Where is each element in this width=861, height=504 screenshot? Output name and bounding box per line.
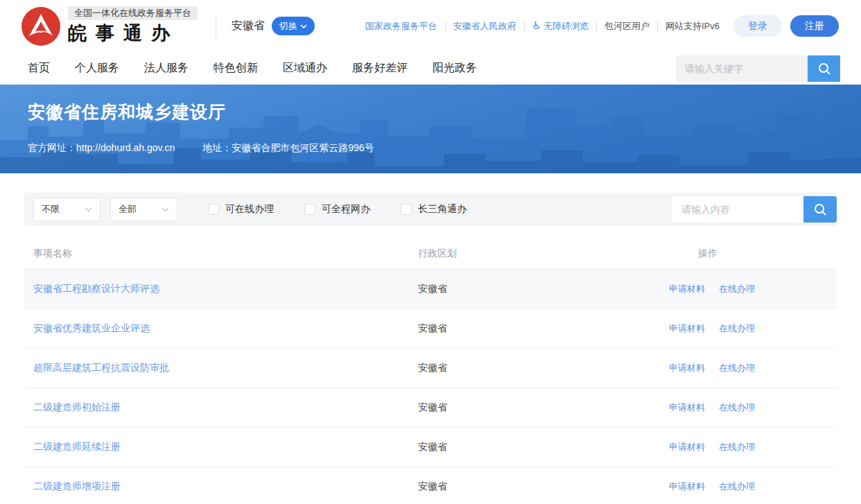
checkbox-icon — [401, 204, 412, 215]
table-row: 二级建造师延续注册 安徽省 申请材料 在线办理 — [24, 428, 837, 467]
table-row: 二级建造师初始注册 安徽省 申请材料 在线办理 — [24, 388, 837, 428]
materials-link[interactable]: 申请材料 — [669, 401, 705, 414]
column-header-region: 行政区划 — [418, 247, 669, 260]
checkbox-label: 可全程网办 — [322, 203, 370, 216]
table-row: 安徽省工程勘察设计大师评选 安徽省 申请材料 在线办理 — [24, 270, 837, 309]
nav-item-legal-services[interactable]: 法人服务 — [144, 61, 189, 76]
item-link[interactable]: 二级建造师初始注册 — [33, 401, 121, 412]
nav-item-home[interactable]: 首页 — [28, 61, 50, 76]
type-select[interactable]: 全部 — [110, 198, 177, 221]
divider — [445, 21, 446, 31]
table-row: 二级建造师增项注册 安徽省 申请材料 在线办理 — [24, 467, 837, 504]
link-district-user[interactable]: 包河区用户 — [605, 20, 650, 33]
nav-item-personal-services[interactable]: 个人服务 — [75, 61, 119, 76]
filter-bar: 不限 全部 可在线办理 可全程网办 长三角通办 — [24, 193, 837, 226]
materials-link[interactable]: 申请材料 — [669, 283, 705, 295]
checkbox-label: 可在线办理 — [225, 203, 274, 216]
nav-item-service-review[interactable]: 服务好差评 — [352, 61, 408, 76]
department-address: 地址：安徽省合肥市包河区紫云路996号 — [202, 142, 374, 155]
checkbox-full-online[interactable]: 可全程网办 — [304, 203, 370, 216]
divider — [596, 21, 597, 31]
link-accessibility[interactable]: ♿无障碍浏览 — [532, 19, 589, 33]
nav-item-regional[interactable]: 区域通办 — [283, 61, 327, 76]
materials-link[interactable]: 申请材料 — [669, 441, 705, 453]
item-search-input[interactable] — [672, 196, 803, 223]
region-switch-label: 切换 — [279, 20, 297, 33]
top-utility-bar: 全国一体化在线政务服务平台 皖事通办 安徽省 切换 国家政务服务平台 安徽省人民… — [0, 0, 861, 52]
link-national-platform[interactable]: 国家政务服务平台 — [365, 20, 437, 33]
link-provincial-gov[interactable]: 安徽省人民政府 — [453, 20, 516, 33]
table-header: 事项名称 行政区划 操作 — [24, 238, 837, 270]
region-selector: 安徽省 切换 — [216, 15, 315, 38]
checkbox-online-available[interactable]: 可在线办理 — [208, 203, 274, 216]
column-header-action: 操作 — [669, 247, 837, 260]
online-handle-link[interactable]: 在线办理 — [719, 441, 755, 453]
department-title: 安徽省住房和城乡建设厅 — [28, 101, 833, 123]
department-banner: 安徽省住房和城乡建设厅 官方网址：http://dohurd.ah.gov.cn… — [0, 85, 861, 173]
region-switch-button[interactable]: 切换 — [272, 17, 315, 35]
services-table: 事项名称 行政区划 操作 安徽省工程勘察设计大师评选 安徽省 申请材料 在线办理… — [24, 238, 837, 504]
main-navigation: 首页 个人服务 法人服务 特色创新 区域通办 服务好差评 阳光政务 — [0, 52, 861, 85]
item-link[interactable]: 二级建造师延续注册 — [33, 441, 121, 452]
chevron-down-icon — [85, 207, 92, 212]
materials-link[interactable]: 申请材料 — [669, 362, 705, 374]
online-handle-link[interactable]: 在线办理 — [719, 322, 755, 335]
divider — [657, 21, 658, 31]
item-search-button[interactable] — [803, 196, 837, 223]
keyword-search — [676, 55, 840, 82]
item-link[interactable]: 超限高层建筑工程抗震设防审批 — [33, 362, 169, 373]
online-handle-link[interactable]: 在线办理 — [719, 480, 755, 493]
online-handle-link[interactable]: 在线办理 — [719, 401, 755, 414]
online-handle-link[interactable]: 在线办理 — [719, 362, 755, 374]
banner-content: 安徽省住房和城乡建设厅 官方网址：http://dohurd.ah.gov.cn… — [0, 85, 861, 155]
region-name: 安徽省 — [232, 19, 265, 33]
region-cell: 安徽省 — [418, 362, 669, 374]
brand-title: 皖事通办 — [68, 21, 198, 46]
checkbox-icon — [208, 204, 219, 215]
utility-links: 国家政务服务平台 安徽省人民政府 ♿无障碍浏览 包河区用户 网站支持IPv6 — [365, 19, 720, 33]
chevron-down-icon — [300, 24, 307, 28]
scope-select[interactable]: 不限 — [33, 198, 101, 221]
nav-item-featured-innovation[interactable]: 特色创新 — [214, 61, 258, 76]
type-select-value: 全部 — [119, 203, 137, 216]
ipv6-label: 网站支持IPv6 — [666, 20, 720, 33]
region-cell: 安徽省 — [418, 401, 669, 414]
region-cell: 安徽省 — [418, 441, 669, 453]
item-search — [672, 196, 837, 223]
department-info: 官方网址：http://dohurd.ah.gov.cn 地址：安徽省合肥市包河… — [28, 142, 833, 155]
search-icon — [812, 202, 828, 217]
item-link[interactable]: 安徽省优秀建筑业企业评选 — [33, 322, 150, 333]
materials-link[interactable]: 申请材料 — [669, 480, 705, 493]
search-icon — [817, 61, 832, 76]
brand-block: 全国一体化在线政务服务平台 皖事通办 — [68, 6, 198, 46]
keyword-search-input[interactable] — [676, 55, 808, 82]
chevron-down-icon — [162, 207, 169, 212]
platform-tagline: 全国一体化在线政务服务平台 — [68, 6, 198, 20]
checkbox-yangtze-delta[interactable]: 长三角通办 — [401, 203, 467, 216]
login-button[interactable]: 登录 — [733, 15, 782, 37]
checkbox-label: 长三角通办 — [418, 203, 467, 216]
table-row: 超限高层建筑工程抗震设防审批 安徽省 申请材料 在线办理 — [24, 349, 837, 388]
item-link[interactable]: 二级建造师增项注册 — [33, 480, 121, 492]
site-logo-icon — [21, 6, 61, 46]
main-content: 不限 全部 可在线办理 可全程网办 长三角通办 — [24, 193, 837, 504]
scope-select-value: 不限 — [42, 203, 60, 216]
nav-item-open-gov[interactable]: 阳光政务 — [433, 61, 477, 76]
official-website: 官方网址：http://dohurd.ah.gov.cn — [28, 142, 175, 155]
materials-link[interactable]: 申请材料 — [669, 322, 705, 335]
checkbox-icon — [304, 204, 315, 215]
region-cell: 安徽省 — [418, 322, 669, 335]
table-row: 安徽省优秀建筑业企业评选 安徽省 申请材料 在线办理 — [24, 309, 837, 349]
wheelchair-icon: ♿ — [532, 19, 541, 31]
column-header-name: 事项名称 — [24, 247, 418, 260]
divider — [524, 21, 525, 31]
region-cell: 安徽省 — [418, 480, 669, 493]
item-link[interactable]: 安徽省工程勘察设计大师评选 — [33, 283, 159, 294]
accessibility-label: 无障碍浏览 — [543, 21, 589, 31]
keyword-search-button[interactable] — [808, 55, 840, 82]
region-cell: 安徽省 — [418, 283, 669, 295]
filter-checkboxes: 可在线办理 可全程网办 长三角通办 — [208, 203, 497, 216]
register-button[interactable]: 注册 — [790, 15, 839, 37]
online-handle-link[interactable]: 在线办理 — [719, 283, 755, 295]
